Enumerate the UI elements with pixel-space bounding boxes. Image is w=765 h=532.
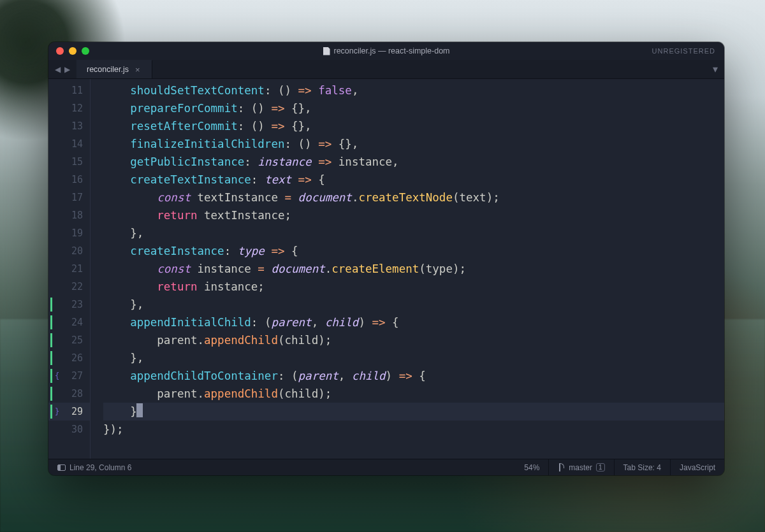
status-panel-toggle[interactable]: Line 29, Column 6 (48, 459, 140, 475)
line-number[interactable]: 14 (48, 135, 91, 153)
registration-status: UNREGISTERED (652, 47, 724, 55)
line-number[interactable]: 20 (48, 242, 91, 260)
line-number-gutter[interactable]: 1112131415161718192021222324252627{2829}… (48, 79, 91, 459)
code-line[interactable]: createInstance: type => { (103, 242, 724, 260)
line-number[interactable]: 11 (48, 82, 91, 99)
syntax-language[interactable]: JavaScript (671, 459, 724, 475)
code-line[interactable]: prepareForCommit: () => {}, (103, 99, 724, 117)
fold-marker-icon[interactable]: } (55, 403, 59, 421)
line-number[interactable]: 25 (48, 331, 91, 349)
tab-overflow-button[interactable]: ▾ (706, 60, 724, 78)
line-number[interactable]: 26 (48, 349, 91, 367)
line-number[interactable]: 23 (48, 296, 91, 313)
minimize-window-button[interactable] (69, 47, 76, 55)
nav-back-icon[interactable]: ◀ (55, 65, 61, 74)
code-editor[interactable]: 1112131415161718192021222324252627{2829}… (48, 79, 724, 459)
status-bar: Line 29, Column 6 54% master 1 Tab Size:… (48, 459, 724, 475)
code-line[interactable]: shouldSetTextContent: () => false, (103, 82, 724, 99)
line-number[interactable]: 22 (48, 278, 91, 296)
close-tab-icon[interactable]: × (135, 65, 140, 75)
line-number[interactable]: 15 (48, 153, 91, 171)
tab-bar: ◀ ▶ reconciler.js × ▾ (48, 60, 724, 79)
code-line[interactable]: resetAfterCommit: () => {}, (103, 117, 724, 135)
document-icon (323, 47, 330, 55)
git-branch[interactable]: master 1 (549, 459, 613, 475)
cursor-position: Line 29, Column 6 (69, 463, 131, 472)
code-line[interactable]: }, (103, 224, 724, 242)
code-line[interactable]: return instance; (103, 278, 724, 296)
line-number[interactable]: 16 (48, 171, 91, 189)
fold-marker-icon[interactable]: { (55, 367, 59, 385)
code-line[interactable]: }); (103, 421, 724, 438)
code-line[interactable]: finalizeInitialChildren: () => {}, (103, 135, 724, 153)
line-number[interactable]: 19 (48, 224, 91, 242)
file-tab-label: reconciler.js (87, 65, 129, 74)
code-line[interactable]: getPublicInstance: instance => instance, (103, 153, 724, 171)
code-line[interactable]: parent.appendChild(child); (103, 331, 724, 349)
line-number[interactable]: 28 (48, 385, 91, 403)
code-line[interactable]: const textInstance = document.createText… (103, 189, 724, 206)
editor-window: reconciler.js — react-simple-dom UNREGIS… (48, 42, 724, 475)
code-line[interactable]: }, (103, 296, 724, 313)
code-line[interactable]: appendChildToContainer: (parent, child) … (103, 367, 724, 385)
line-number[interactable]: 29} (48, 403, 91, 421)
code-line[interactable]: return textInstance; (103, 206, 724, 224)
tab-history-nav: ◀ ▶ (48, 60, 76, 78)
code-line[interactable]: parent.appendChild(child); (103, 385, 724, 403)
file-tab-active[interactable]: reconciler.js × (76, 60, 152, 78)
code-line[interactable]: } (103, 403, 724, 421)
line-number[interactable]: 12 (48, 99, 91, 117)
line-number[interactable]: 13 (48, 117, 91, 135)
line-number[interactable]: 30 (48, 421, 91, 438)
window-controls (48, 47, 89, 55)
code-line[interactable]: appendInitialChild: (parent, child) => { (103, 313, 724, 331)
code-line[interactable]: const instance = document.createElement(… (103, 260, 724, 278)
nav-forward-icon[interactable]: ▶ (64, 65, 70, 74)
code-line[interactable]: }, (103, 349, 724, 367)
line-number[interactable]: 17 (48, 189, 91, 206)
line-number[interactable]: 24 (48, 313, 91, 331)
code-line[interactable]: createTextInstance: text => { (103, 171, 724, 189)
scroll-percent[interactable]: 54% (515, 459, 548, 475)
titlebar[interactable]: reconciler.js — react-simple-dom UNREGIS… (48, 42, 724, 60)
window-title: reconciler.js — react-simple-dom (48, 47, 724, 55)
close-window-button[interactable] (56, 47, 64, 55)
panel-icon (57, 464, 66, 471)
window-title-text: reconciler.js — react-simple-dom (334, 47, 450, 55)
line-number[interactable]: 27{ (48, 367, 91, 385)
zoom-window-button[interactable] (82, 47, 89, 55)
git-changes-badge: 1 (596, 463, 605, 471)
line-number[interactable]: 18 (48, 206, 91, 224)
git-branch-icon (558, 463, 565, 471)
code-area[interactable]: shouldSetTextContent: () => false, prepa… (91, 79, 724, 459)
line-number[interactable]: 21 (48, 260, 91, 278)
indentation-setting[interactable]: Tab Size: 4 (615, 459, 670, 475)
